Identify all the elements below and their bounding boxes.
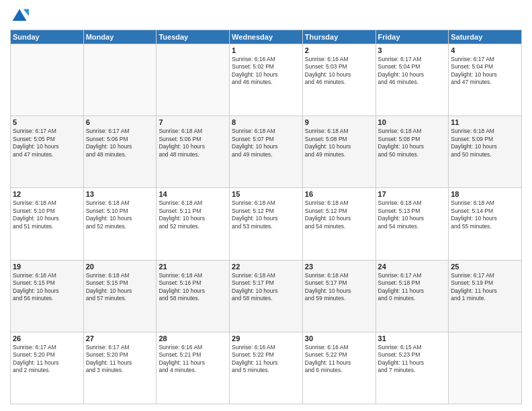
calendar-cell [11, 44, 84, 116]
calendar-cell: 14Sunrise: 6:18 AM Sunset: 5:11 PM Dayli… [157, 188, 230, 260]
svg-marker-0 [13, 9, 27, 21]
day-number: 23 [305, 263, 373, 271]
day-info: Sunrise: 6:18 AM Sunset: 5:08 PM Dayligh… [378, 128, 447, 158]
calendar-cell: 30Sunrise: 6:16 AM Sunset: 5:22 PM Dayli… [302, 332, 375, 404]
day-number: 8 [232, 118, 300, 126]
weekday-sunday: Sunday [11, 30, 84, 44]
day-info: Sunrise: 6:17 AM Sunset: 5:20 PM Dayligh… [13, 344, 81, 375]
calendar-cell: 15Sunrise: 6:18 AM Sunset: 5:12 PM Dayli… [230, 188, 303, 260]
week-row-3: 12Sunrise: 6:18 AM Sunset: 5:10 PM Dayli… [11, 188, 522, 260]
day-info: Sunrise: 6:18 AM Sunset: 5:16 PM Dayligh… [159, 272, 227, 303]
day-number: 22 [232, 263, 300, 271]
day-number: 24 [378, 263, 447, 271]
calendar-cell: 1Sunrise: 6:16 AM Sunset: 5:02 PM Daylig… [230, 44, 303, 116]
calendar-cell: 19Sunrise: 6:18 AM Sunset: 5:15 PM Dayli… [11, 260, 84, 332]
calendar-cell: 23Sunrise: 6:18 AM Sunset: 5:17 PM Dayli… [302, 260, 375, 332]
calendar-cell: 5Sunrise: 6:17 AM Sunset: 5:05 PM Daylig… [11, 116, 84, 188]
calendar-cell: 24Sunrise: 6:17 AM Sunset: 5:18 PM Dayli… [375, 260, 449, 332]
week-row-2: 5Sunrise: 6:17 AM Sunset: 5:05 PM Daylig… [11, 116, 522, 188]
day-number: 26 [13, 334, 81, 342]
day-info: Sunrise: 6:18 AM Sunset: 5:07 PM Dayligh… [232, 128, 300, 158]
day-info: Sunrise: 6:17 AM Sunset: 5:04 PM Dayligh… [451, 56, 519, 87]
day-number: 16 [305, 190, 373, 198]
calendar-cell: 2Sunrise: 6:16 AM Sunset: 5:03 PM Daylig… [302, 44, 375, 116]
weekday-tuesday: Tuesday [157, 30, 230, 44]
day-number: 31 [378, 334, 447, 342]
week-row-5: 26Sunrise: 6:17 AM Sunset: 5:20 PM Dayli… [11, 332, 522, 404]
day-number: 27 [86, 334, 154, 342]
day-info: Sunrise: 6:18 AM Sunset: 5:15 PM Dayligh… [13, 272, 81, 303]
logo [10, 7, 32, 26]
calendar-cell: 26Sunrise: 6:17 AM Sunset: 5:20 PM Dayli… [11, 332, 84, 404]
day-info: Sunrise: 6:16 AM Sunset: 5:22 PM Dayligh… [232, 344, 300, 375]
calendar-cell: 20Sunrise: 6:18 AM Sunset: 5:15 PM Dayli… [83, 260, 157, 332]
day-info: Sunrise: 6:15 AM Sunset: 5:23 PM Dayligh… [378, 344, 447, 375]
day-info: Sunrise: 6:18 AM Sunset: 5:11 PM Dayligh… [159, 199, 227, 230]
weekday-header-row: SundayMondayTuesdayWednesdayThursdayFrid… [11, 30, 522, 44]
day-info: Sunrise: 6:18 AM Sunset: 5:06 PM Dayligh… [159, 128, 227, 158]
day-info: Sunrise: 6:18 AM Sunset: 5:13 PM Dayligh… [378, 199, 447, 230]
day-info: Sunrise: 6:16 AM Sunset: 5:02 PM Dayligh… [232, 56, 300, 87]
weekday-wednesday: Wednesday [230, 30, 303, 44]
day-number: 20 [86, 263, 154, 271]
day-number: 2 [305, 46, 373, 54]
day-number: 18 [451, 190, 519, 198]
calendar-cell: 22Sunrise: 6:18 AM Sunset: 5:17 PM Dayli… [230, 260, 303, 332]
day-info: Sunrise: 6:17 AM Sunset: 5:18 PM Dayligh… [378, 272, 447, 303]
calendar-cell: 21Sunrise: 6:18 AM Sunset: 5:16 PM Dayli… [157, 260, 230, 332]
day-number: 4 [451, 46, 519, 54]
weekday-monday: Monday [83, 30, 157, 44]
day-info: Sunrise: 6:18 AM Sunset: 5:12 PM Dayligh… [305, 199, 373, 230]
day-info: Sunrise: 6:18 AM Sunset: 5:12 PM Dayligh… [232, 199, 300, 230]
calendar-cell: 25Sunrise: 6:17 AM Sunset: 5:19 PM Dayli… [449, 260, 522, 332]
calendar-cell: 29Sunrise: 6:16 AM Sunset: 5:22 PM Dayli… [230, 332, 303, 404]
day-number: 17 [378, 190, 447, 198]
calendar-cell: 9Sunrise: 6:18 AM Sunset: 5:08 PM Daylig… [302, 116, 375, 188]
day-number: 10 [378, 118, 447, 126]
calendar-cell: 4Sunrise: 6:17 AM Sunset: 5:04 PM Daylig… [449, 44, 522, 116]
weekday-thursday: Thursday [302, 30, 375, 44]
calendar-cell: 13Sunrise: 6:18 AM Sunset: 5:10 PM Dayli… [83, 188, 157, 260]
calendar-cell: 12Sunrise: 6:18 AM Sunset: 5:10 PM Dayli… [11, 188, 84, 260]
calendar-cell: 10Sunrise: 6:18 AM Sunset: 5:08 PM Dayli… [375, 116, 449, 188]
calendar-table: SundayMondayTuesdayWednesdayThursdayFrid… [10, 30, 522, 404]
day-info: Sunrise: 6:18 AM Sunset: 5:14 PM Dayligh… [451, 199, 519, 230]
calendar-cell: 11Sunrise: 6:18 AM Sunset: 5:09 PM Dayli… [449, 116, 522, 188]
day-number: 14 [159, 190, 227, 198]
day-number: 9 [305, 118, 373, 126]
day-number: 13 [86, 190, 154, 198]
day-info: Sunrise: 6:17 AM Sunset: 5:20 PM Dayligh… [86, 344, 154, 375]
day-number: 19 [13, 263, 81, 271]
svg-marker-1 [24, 9, 29, 17]
day-info: Sunrise: 6:17 AM Sunset: 5:04 PM Dayligh… [378, 56, 447, 87]
day-number: 6 [86, 118, 154, 126]
day-number: 5 [13, 118, 81, 126]
calendar-cell: 28Sunrise: 6:16 AM Sunset: 5:21 PM Dayli… [157, 332, 230, 404]
calendar-cell [83, 44, 157, 116]
weekday-friday: Friday [375, 30, 449, 44]
calendar-cell: 8Sunrise: 6:18 AM Sunset: 5:07 PM Daylig… [230, 116, 303, 188]
day-number: 12 [13, 190, 81, 198]
day-info: Sunrise: 6:18 AM Sunset: 5:10 PM Dayligh… [86, 199, 154, 230]
logo-icon [10, 7, 29, 26]
day-info: Sunrise: 6:16 AM Sunset: 5:21 PM Dayligh… [159, 344, 227, 375]
calendar-cell [157, 44, 230, 116]
calendar-cell: 16Sunrise: 6:18 AM Sunset: 5:12 PM Dayli… [302, 188, 375, 260]
day-number: 25 [451, 263, 519, 271]
day-info: Sunrise: 6:18 AM Sunset: 5:10 PM Dayligh… [13, 199, 81, 230]
calendar-cell [449, 332, 522, 404]
week-row-4: 19Sunrise: 6:18 AM Sunset: 5:15 PM Dayli… [11, 260, 522, 332]
day-info: Sunrise: 6:18 AM Sunset: 5:17 PM Dayligh… [232, 272, 300, 303]
day-number: 15 [232, 190, 300, 198]
page: SundayMondayTuesdayWednesdayThursdayFrid… [0, 0, 532, 411]
calendar-cell: 3Sunrise: 6:17 AM Sunset: 5:04 PM Daylig… [375, 44, 449, 116]
day-info: Sunrise: 6:16 AM Sunset: 5:22 PM Dayligh… [305, 344, 373, 375]
day-info: Sunrise: 6:17 AM Sunset: 5:05 PM Dayligh… [13, 128, 81, 158]
day-info: Sunrise: 6:18 AM Sunset: 5:17 PM Dayligh… [305, 272, 373, 303]
day-info: Sunrise: 6:16 AM Sunset: 5:03 PM Dayligh… [305, 56, 373, 87]
calendar-cell: 31Sunrise: 6:15 AM Sunset: 5:23 PM Dayli… [375, 332, 449, 404]
header [10, 7, 522, 26]
day-number: 3 [378, 46, 447, 54]
day-info: Sunrise: 6:18 AM Sunset: 5:09 PM Dayligh… [451, 128, 519, 158]
day-info: Sunrise: 6:17 AM Sunset: 5:06 PM Dayligh… [86, 128, 154, 158]
